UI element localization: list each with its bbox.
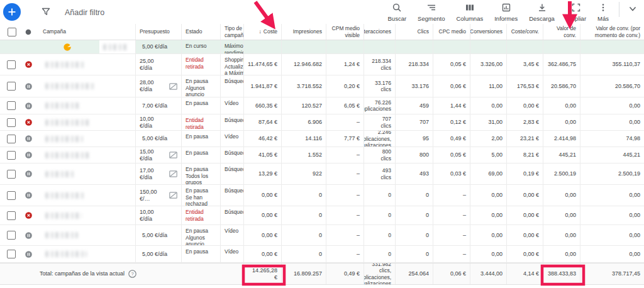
- toolbar-tool-mas[interactable]: Más: [592, 3, 614, 22]
- campaign-name-cell[interactable]: [39, 54, 135, 75]
- campaign-type-cell: Búsqued: [220, 206, 243, 224]
- toolbar-tool-columnas[interactable]: Columnas: [450, 3, 489, 22]
- filter-funnel-icon[interactable]: [41, 7, 51, 19]
- estado-detail-link[interactable]: Todos los grupos: [186, 173, 216, 184]
- column-header-valor_conv_momento[interactable]: Valor de conv. (por momento de conv.): [580, 24, 644, 40]
- row-checkbox[interactable]: [7, 82, 16, 91]
- estado-detail-link[interactable]: Algunos anuncio: [186, 235, 216, 245]
- column-header-select[interactable]: [0, 24, 21, 40]
- budget-cell[interactable]: 25,00 €/día: [135, 54, 181, 75]
- status-paused-icon: [25, 192, 32, 199]
- coste_conv-cell: 23,21 €: [506, 131, 543, 147]
- total-row: Total: campañas de la vista actual?14.26…: [0, 263, 644, 285]
- clics-cell: 493: [395, 163, 433, 184]
- valor_conv-value: 20.586,70: [551, 83, 576, 90]
- row-checkbox[interactable]: [7, 211, 16, 220]
- cpm-cell: –: [326, 114, 364, 130]
- coste-value: 0,00 €: [262, 232, 277, 239]
- interactions-cell: 2.246 implicaciones, visualizaciones: [364, 131, 395, 147]
- budget-cell[interactable]: 15,00 €/día: [135, 147, 181, 163]
- column-header-conversiones[interactable]: Conversiones: [470, 24, 506, 40]
- budget-cell[interactable]: 5,00 €/día: [135, 246, 181, 262]
- row-checkbox[interactable]: [7, 191, 16, 200]
- column-header-estado[interactable]: Estado: [181, 24, 220, 40]
- coste-cell: 0,00 €: [243, 225, 281, 245]
- budget-cell[interactable]: 10,00 €/día: [135, 206, 181, 224]
- budget-cell[interactable]: 17,00 €/día: [135, 163, 181, 184]
- impresiones-value: 0: [319, 192, 322, 199]
- search-icon: [392, 3, 402, 15]
- campaign-name-cell[interactable]: [39, 246, 135, 262]
- column-header-label: Coste/conv.: [511, 28, 539, 35]
- budget-cell[interactable]: 10,00 €/día: [135, 114, 181, 130]
- estado-cell: En pausaAlgunos anuncio: [181, 225, 220, 245]
- estado-cell: En pausa: [181, 246, 220, 262]
- toolbar-tool-label: Ampliar: [566, 15, 586, 22]
- budget-cell[interactable]: 5,00 €/día: [135, 131, 181, 147]
- toolbar-tool-label: Informes: [494, 15, 518, 22]
- budget-cell[interactable]: 7,00 €/día: [135, 97, 181, 114]
- coste-cell: 46,42 €: [243, 131, 281, 147]
- campaign-name-cell[interactable]: [39, 147, 135, 163]
- estado-cell: Entidad retirada: [181, 54, 220, 75]
- estado-detail-link[interactable]: Algunos anuncio: [186, 85, 216, 97]
- status-limited-icon: [64, 43, 71, 51]
- coste_conv-cell: 0,00 €: [506, 225, 543, 245]
- budget-cell[interactable]: 5,00 €/día: [135, 225, 181, 245]
- column-header-cpc[interactable]: CPC medio: [433, 24, 470, 40]
- column-header-coste_conv[interactable]: Coste/conv.: [506, 24, 543, 40]
- campaign-name-cell[interactable]: [39, 225, 135, 245]
- column-header-impresiones[interactable]: Impresiones: [281, 24, 326, 40]
- add-filter-button[interactable]: Añadir filtro: [65, 8, 104, 17]
- cpc-value: –: [463, 192, 466, 199]
- column-header-campaign[interactable]: Campaña: [39, 24, 135, 40]
- help-icon[interactable]: ?: [128, 270, 136, 278]
- toolbar-tool-segmento[interactable]: Segmento: [412, 3, 450, 22]
- campaign-name-cell[interactable]: [39, 206, 135, 224]
- column-header-interacciones[interactable]: Interacciones: [364, 24, 395, 40]
- select-all-checkbox[interactable]: [8, 28, 16, 36]
- campaign-name-cell[interactable]: [39, 97, 135, 114]
- campaign-name-cell[interactable]: [39, 185, 135, 206]
- row-checkbox[interactable]: [7, 118, 16, 127]
- budget-cell[interactable]: 28,00 €/día: [135, 75, 181, 97]
- budget-cell[interactable]: 150,00 €/…: [135, 185, 181, 206]
- column-header-budget[interactable]: Presupuesto: [135, 24, 181, 40]
- row-checkbox[interactable]: [7, 170, 16, 179]
- cpm-value: 7,77 €: [344, 135, 360, 142]
- add-campaign-button[interactable]: [3, 3, 21, 21]
- column-header-clics[interactable]: Clics: [395, 24, 433, 40]
- column-header-valor_conv[interactable]: Valor de conv.: [543, 24, 580, 40]
- cpc-value: 0,05 €: [450, 152, 466, 158]
- budget-cell[interactable]: 5,00 €/día: [135, 40, 181, 53]
- table-row: 5,00 €/díaEn pausaVídeo0,00 €0–00–0,000,…: [0, 246, 644, 263]
- estado-detail-link[interactable]: Se han rechazad: [186, 194, 216, 206]
- campaign-name-cell[interactable]: [39, 114, 135, 130]
- toolbar-tool-informes[interactable]: Informes: [489, 3, 523, 22]
- toolbar-tool-buscar[interactable]: Buscar: [382, 3, 413, 22]
- toolbar-tool-label: Buscar: [388, 15, 407, 22]
- redacted-campaign-name: [99, 40, 135, 53]
- cpc-value: 0,03 €: [450, 170, 466, 177]
- toolbar-tool-ampliar[interactable]: Ampliar: [560, 3, 592, 22]
- campaign-name-cell[interactable]: [39, 40, 135, 53]
- campaign-name-cell[interactable]: [39, 131, 135, 147]
- row-checkbox[interactable]: [7, 101, 16, 110]
- row-checkbox[interactable]: [7, 135, 16, 143]
- column-header-tipo[interactable]: Tipo de campaña: [220, 24, 243, 40]
- row-checkbox[interactable]: [7, 60, 16, 69]
- cpc-cell: –: [433, 225, 470, 245]
- row-checkbox[interactable]: [7, 231, 16, 240]
- campaign-name-cell[interactable]: [39, 163, 135, 184]
- row-checkbox[interactable]: [7, 250, 16, 258]
- upgrade-type-link[interactable]: Actualiza a Máxim rendimie: [225, 64, 243, 75]
- column-header-cpm[interactable]: CPM medio visible: [326, 24, 364, 40]
- interactions-value: 218.334 clics: [372, 58, 391, 70]
- collapse-toolbar-button[interactable]: [623, 0, 644, 16]
- column-header-status[interactable]: [21, 24, 39, 40]
- column-header-coste[interactable]: ↓Coste: [243, 24, 281, 40]
- row-checkbox[interactable]: [7, 151, 16, 160]
- campaign-name-cell[interactable]: [39, 75, 135, 97]
- toolbar-tool-descarga[interactable]: Descarga: [523, 3, 560, 22]
- valor_conv_momento-cell: 445,21: [580, 147, 644, 163]
